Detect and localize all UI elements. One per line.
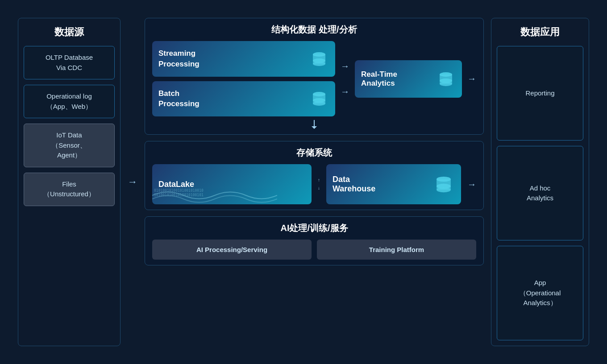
batch-box: BatchProcessing: [152, 81, 335, 117]
adhoc-label: Ad hocAnalytics: [527, 183, 553, 203]
adhoc-box: Ad hocAnalytics: [497, 146, 583, 240]
svg-point-4: [313, 62, 325, 66]
down-arrow-proc: [152, 120, 476, 129]
main-container: 数据源 OLTP DatabaseVia CDC Operational log…: [9, 9, 598, 355]
streaming-label: StreamingProcessing: [158, 48, 200, 70]
ai-title: AI处理/训练/服务: [152, 222, 476, 234]
source-iot: IoT Data（Sensor、Agent）: [24, 124, 115, 167]
reporting-box: Reporting: [497, 46, 583, 141]
svg-point-9: [313, 101, 325, 106]
ai-processing-label: AI Processing/Serving: [196, 246, 267, 253]
ai-inner: AI Processing/Serving Training Platform: [152, 240, 476, 260]
storage-inner: DataLake 01010010100101001010010 1010010…: [152, 164, 476, 204]
training-platform-label: Training Platform: [369, 246, 424, 253]
right-title: 数据应用: [497, 25, 583, 39]
svg-point-23: [437, 187, 451, 192]
arrow-to-rt-2: →: [341, 87, 349, 97]
arrow-to-rt-1: →: [341, 61, 349, 71]
datalake-waves: 01010010100101001010010 1010010100101001…: [152, 186, 277, 204]
left-to-mid-arrow: →: [128, 18, 137, 346]
svg-marker-16: [312, 126, 317, 129]
svg-text:01010010100101001010010: 01010010100101001010010: [154, 189, 204, 193]
storage-up-arrow: ↑: [318, 178, 320, 182]
proc-stacked: StreamingProcessing BatchProcessing: [152, 41, 335, 116]
source-oltp: OLTP DatabaseVia CDC: [24, 46, 115, 79]
storage-down-arrow: ↓: [318, 186, 320, 190]
middle-column: 结构化数据 处理/分析 StreamingProcessing: [145, 18, 484, 346]
right-column: 数据应用 Reporting Ad hocAnalytics App（Opera…: [491, 18, 589, 346]
arrow-to-right-col: →: [467, 74, 476, 84]
streaming-box: StreamingProcessing: [152, 41, 335, 77]
db-icon-batch: [309, 89, 329, 108]
storage-arrows: ↑ ↓: [318, 164, 320, 204]
processing-panel: 结构化数据 处理/分析 StreamingProcessing: [145, 18, 484, 135]
app-analytics-box: App（OperationalAnalytics）: [497, 246, 583, 340]
proc-mid-arrows: → →: [341, 61, 349, 97]
training-platform-box: Training Platform: [317, 240, 476, 260]
processing-title: 结构化数据 处理/分析: [152, 24, 476, 36]
warehouse-box: DataWarehouse: [326, 164, 461, 204]
source-files: Files（Unstructured）: [24, 173, 115, 206]
storage-title: 存储系统: [152, 147, 476, 159]
db-icon-realtime: [436, 69, 456, 89]
processing-content: StreamingProcessing BatchProcessing: [152, 41, 476, 116]
arrow-storage-right: →: [467, 179, 476, 190]
db-icon-streaming: [309, 49, 329, 69]
app-analytics-label: App（OperationalAnalytics）: [520, 278, 561, 308]
source-oplog: Operational log（App、Web）: [24, 85, 115, 118]
down-arrow-svg: [310, 120, 319, 129]
datalake-box: DataLake 01010010100101001010010 1010010…: [152, 164, 312, 204]
arrow-icon: →: [128, 176, 137, 188]
svg-point-14: [440, 82, 452, 86]
ai-processing-box: AI Processing/Serving: [152, 240, 312, 260]
storage-to-right: →: [467, 164, 476, 204]
db-icon-warehouse: [432, 173, 455, 195]
batch-label: BatchProcessing: [158, 88, 200, 110]
left-title: 数据源: [24, 25, 115, 39]
storage-panel: 存储系统 DataLake 01010010100101001010010 10…: [145, 141, 484, 210]
realtime-box: Real-TimeAnalytics: [355, 60, 462, 98]
realtime-label: Real-TimeAnalytics: [361, 70, 397, 88]
warehouse-label: DataWarehouse: [333, 175, 375, 194]
datalake-label: DataLake: [158, 180, 194, 189]
left-column: 数据源 OLTP DatabaseVia CDC Operational log…: [18, 18, 121, 346]
ai-panel: AI处理/训练/服务 AI Processing/Serving Trainin…: [145, 216, 484, 265]
reporting-label: Reporting: [525, 88, 554, 99]
